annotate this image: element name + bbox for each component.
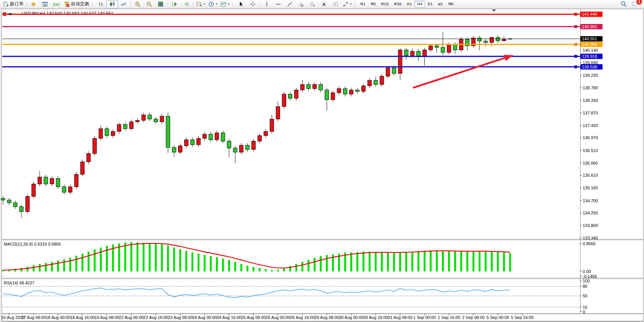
timeframe-toolbar: M1M5M15M30H1H4D1W1MN bbox=[358, 1, 456, 8]
equidistant-channel-button[interactable]: E bbox=[295, 0, 307, 8]
crosshair-button[interactable] bbox=[247, 0, 258, 8]
notifications-button[interactable]: 1 bbox=[629, 0, 641, 8]
separator bbox=[260, 1, 260, 7]
autotrade-icon bbox=[64, 1, 70, 7]
auto-scroll-icon bbox=[172, 1, 178, 7]
svg-text:E: E bbox=[302, 5, 303, 7]
periods-button[interactable]: ▾ bbox=[207, 0, 219, 8]
separator bbox=[167, 1, 168, 7]
separator bbox=[193, 1, 193, 7]
search-icon bbox=[620, 1, 627, 7]
trendline-button[interactable] bbox=[284, 0, 295, 8]
tile-windows-button[interactable] bbox=[155, 0, 166, 8]
line-chart-icon bbox=[121, 1, 127, 7]
zoom-out-icon bbox=[146, 1, 152, 7]
tile-windows-icon bbox=[158, 1, 164, 7]
arrows-button[interactable]: ▾ bbox=[341, 0, 353, 8]
gold-diamond-icon bbox=[30, 1, 37, 7]
clock-icon bbox=[208, 1, 214, 7]
cursor-icon bbox=[238, 1, 244, 7]
crosshair-icon bbox=[250, 1, 256, 7]
signal-icon bbox=[53, 1, 59, 7]
chart-shift-icon bbox=[183, 1, 189, 7]
bar-chart-icon bbox=[98, 1, 104, 7]
svg-text:T: T bbox=[335, 3, 336, 6]
chart-window-icon bbox=[42, 1, 48, 7]
chart-window[interactable] bbox=[2, 9, 644, 321]
candlestick-chart-icon bbox=[109, 1, 115, 7]
zoom-out-button[interactable] bbox=[143, 0, 155, 8]
dropdown-arrow: ▾ bbox=[204, 2, 205, 6]
search-button[interactable] bbox=[618, 0, 629, 8]
arrows-icon bbox=[343, 1, 349, 7]
mql-market-button[interactable] bbox=[28, 0, 39, 8]
autotrade-label: 自动交易 bbox=[71, 1, 89, 7]
notification-badge: 1 bbox=[636, 0, 642, 5]
new-order-icon bbox=[3, 1, 9, 7]
zoom-in-icon bbox=[135, 1, 141, 7]
timeframe-button-M30[interactable]: M30 bbox=[391, 1, 404, 8]
toolbar-handle[interactable] bbox=[92, 2, 94, 7]
toolbar-handle[interactable] bbox=[233, 2, 234, 7]
dropdown-arrow: ▾ bbox=[350, 2, 352, 6]
text-label-button[interactable]: T bbox=[330, 0, 341, 8]
market-watch-button[interactable] bbox=[39, 0, 51, 8]
chart-title: USDJPY,H4 140.540 140.583 140.537 140.55… bbox=[22, 11, 113, 16]
horizontal-line-button[interactable] bbox=[273, 0, 284, 8]
macd-indicator-label: MACD(12,26,9) 0.5319 0.5806 bbox=[4, 242, 61, 246]
fibonacci-button[interactable]: F bbox=[307, 0, 318, 8]
fibonacci-icon: F bbox=[309, 1, 316, 7]
timeframe-button-H4[interactable]: H4 bbox=[414, 1, 425, 8]
cursor-button[interactable] bbox=[236, 0, 247, 8]
timeframe-button-MN[interactable]: MN bbox=[446, 1, 456, 8]
separator bbox=[26, 1, 27, 7]
rsi-indicator-label: RSI(14) 68.4227 bbox=[4, 281, 35, 285]
candlestick-chart-button[interactable] bbox=[107, 0, 118, 8]
line-chart-button[interactable] bbox=[118, 0, 129, 8]
trendline-icon bbox=[287, 1, 293, 7]
indicators-icon bbox=[196, 1, 202, 7]
dropdown-arrow: ▾ bbox=[228, 2, 230, 6]
autotrade-button[interactable]: 自动交易 bbox=[62, 0, 91, 8]
text-label-icon: T bbox=[332, 1, 338, 7]
new-order-button[interactable]: 新订单 bbox=[1, 0, 25, 8]
channel-icon: E bbox=[298, 1, 304, 7]
svg-text:F: F bbox=[314, 5, 315, 7]
dropdown-arrow: ▾ bbox=[216, 2, 217, 6]
timeframe-button-H1[interactable]: H1 bbox=[404, 1, 414, 8]
text-icon: A bbox=[321, 1, 327, 7]
top-toolbar: 新订单 自动交易 ▾ ▾ ▾ bbox=[0, 0, 644, 8]
timeframe-button-W1[interactable]: W1 bbox=[435, 1, 446, 8]
svg-text:A: A bbox=[322, 2, 326, 7]
timeframe-button-M15[interactable]: M15 bbox=[378, 1, 391, 8]
signals-button[interactable] bbox=[51, 0, 62, 8]
indicators-button[interactable]: ▾ bbox=[194, 0, 207, 8]
new-order-label: 新订单 bbox=[10, 1, 24, 7]
horizontal-line-icon bbox=[275, 1, 281, 7]
bar-chart-button[interactable] bbox=[95, 0, 107, 8]
templates-button[interactable]: ▾ bbox=[219, 0, 231, 8]
auto-scroll-button[interactable] bbox=[169, 0, 180, 8]
timeframe-button-M5[interactable]: M5 bbox=[368, 1, 378, 8]
separator bbox=[131, 1, 131, 7]
template-icon bbox=[220, 1, 226, 7]
text-button[interactable]: A bbox=[318, 0, 330, 8]
timeframe-button-D1[interactable]: D1 bbox=[425, 1, 435, 8]
vertical-line-icon bbox=[264, 1, 270, 7]
zoom-in-button[interactable] bbox=[132, 0, 143, 8]
timeframe-button-M1[interactable]: M1 bbox=[358, 1, 368, 8]
toolbar-handle[interactable] bbox=[355, 2, 356, 7]
vertical-line-button[interactable] bbox=[261, 0, 273, 8]
chart-shift-button[interactable] bbox=[180, 0, 192, 8]
